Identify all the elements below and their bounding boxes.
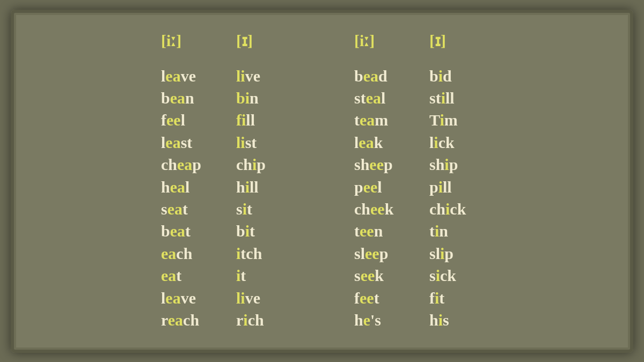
word-feet: feet — [354, 287, 379, 309]
word-pill: pill — [429, 176, 452, 198]
word-bean: bean — [161, 87, 194, 109]
word-chick: chick — [429, 198, 466, 220]
col-left-long: [iː] leave bean feel least cheap heal se… — [150, 31, 225, 331]
word-cheek: cheek — [354, 198, 393, 220]
word-still: still — [429, 87, 455, 109]
col-right-short-header: [ɪ] — [429, 31, 446, 50]
word-fill: fill — [236, 109, 255, 131]
col-right-short: [ɪ] bid still Tim lick ship pill chick t… — [419, 31, 494, 331]
word-eat: eat — [161, 264, 181, 286]
word-sit: sit — [236, 198, 252, 220]
main-content: [iː] leave bean feel least cheap heal se… — [11, 20, 633, 342]
center-spacer — [301, 31, 343, 331]
word-list: list — [236, 131, 257, 153]
word-heal: heal — [161, 176, 189, 198]
word-reach: reach — [161, 309, 199, 331]
word-feel: feel — [161, 109, 185, 131]
right-section: [iː] bead steal team leak sheep peel che… — [343, 31, 494, 331]
word-least: least — [161, 131, 192, 153]
word-sick: sick — [429, 264, 456, 286]
word-ship: ship — [429, 153, 458, 175]
word-hill: hill — [236, 176, 259, 198]
background-panel: [iː] leave bean feel least cheap heal se… — [11, 10, 633, 353]
word-bead: bead — [354, 65, 387, 87]
left-section: [iː] leave bean feel least cheap heal se… — [150, 31, 301, 331]
word-seat: seat — [161, 198, 188, 220]
word-live-1: live — [236, 65, 260, 87]
word-leave-1: leave — [161, 65, 196, 87]
col-right-long: [iː] bead steal team leak sheep peel che… — [343, 31, 419, 331]
word-his: his — [429, 309, 449, 331]
word-live-2: live — [236, 287, 260, 309]
word-hes: he's — [354, 309, 381, 331]
word-bid: bid — [429, 65, 452, 87]
word-beat: beat — [161, 220, 191, 242]
word-slip: slip — [429, 242, 453, 264]
word-tin: tin — [429, 220, 448, 242]
word-sheep: sheep — [354, 153, 393, 175]
word-each: each — [161, 242, 192, 264]
col-left-long-header: [iː] — [161, 31, 181, 50]
word-lick: lick — [429, 131, 455, 153]
word-leak: leak — [354, 131, 383, 153]
word-sleep: sleep — [354, 242, 388, 264]
word-team: team — [354, 109, 388, 131]
word-teen: teen — [354, 220, 383, 242]
word-bin: bin — [236, 87, 259, 109]
word-chip: chip — [236, 153, 266, 175]
word-bit: bit — [236, 220, 255, 242]
word-seek: seek — [354, 264, 384, 286]
col-right-long-header: [iː] — [354, 31, 375, 50]
word-itch: itch — [236, 242, 262, 264]
word-leave-2: leave — [161, 287, 196, 309]
word-peel: peel — [354, 176, 382, 198]
word-fit: fit — [429, 287, 444, 309]
word-rich: rich — [236, 309, 264, 331]
word-it: it — [236, 264, 246, 286]
col-left-short-header: [ɪ] — [236, 31, 253, 50]
word-steal: steal — [354, 87, 385, 109]
word-cheap: cheap — [161, 153, 201, 175]
word-tim: Tim — [429, 109, 458, 131]
col-left-short: [ɪ] live bin fill list chip hill sit bit… — [225, 31, 301, 331]
